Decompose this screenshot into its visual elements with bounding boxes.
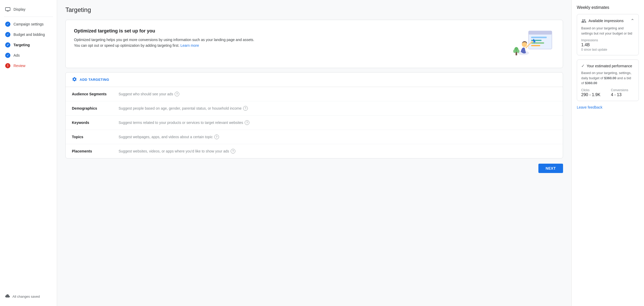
check-icon-budget: ✓ <box>5 32 10 37</box>
performance-icon: ✓ <box>581 63 585 68</box>
learn-more-link[interactable]: Learn more <box>180 43 199 48</box>
topics-help-icon[interactable]: ? <box>214 135 219 139</box>
svg-point-15 <box>513 49 516 53</box>
sidebar-item-review[interactable]: ! Review <box>0 61 57 71</box>
check-icon-targeting: ✓ <box>5 42 10 48</box>
svg-rect-6 <box>531 37 547 38</box>
targeting-row-keywords[interactable]: Keywords Suggest terms related to your p… <box>66 116 563 130</box>
sidebar-item-budget[interactable]: ✓ Budget and bidding <box>0 29 57 40</box>
sidebar-item-label-campaign: Campaign settings <box>13 22 44 26</box>
conversions-value: 4 - 13 <box>611 92 635 97</box>
display-icon <box>5 7 10 12</box>
performance-desc: Based on your targeting, settings, daily… <box>581 70 634 86</box>
conversions-col: Conversions 4 - 13 <box>611 88 635 97</box>
targeting-row-demographics[interactable]: Demographics Suggest people based on age… <box>66 101 563 116</box>
audience-label: Audience Segments <box>72 92 119 96</box>
page-title: Targeting <box>65 6 563 14</box>
clicks-col: Clicks 290 - 1.9K <box>581 88 605 97</box>
impressions-metric-label: Impressions <box>581 38 634 42</box>
panel-title: Weekly estimates <box>577 5 639 10</box>
leave-feedback-link[interactable]: Leave feedback <box>577 105 639 109</box>
performance-metrics-row: Clicks 290 - 1.9K Conversions 4 - 13 <box>581 88 634 97</box>
opt-card-text: Optimized targeting is set up for you Op… <box>74 28 256 49</box>
add-targeting-label: ADD TARGETING <box>80 78 109 82</box>
clicks-label: Clicks <box>581 88 605 92</box>
svg-rect-0 <box>5 8 10 11</box>
sidebar-item-ads[interactable]: ✓ Ads <box>0 50 57 61</box>
optimized-targeting-card: Optimized targeting is set up for you Op… <box>65 20 563 68</box>
people-icon <box>581 18 586 24</box>
conversions-label: Conversions <box>611 88 635 92</box>
check-icon-ads: ✓ <box>5 53 10 58</box>
all-changes-saved-text: All changes saved <box>12 295 40 298</box>
clicks-value: 290 - 1.9K <box>581 92 605 97</box>
opt-card-illustration <box>513 28 554 59</box>
impressions-desc: Based on your targeting and settings but… <box>581 26 634 36</box>
gear-icon-blue <box>72 77 77 83</box>
next-button[interactable]: NEXT <box>538 164 563 173</box>
svg-point-16 <box>517 49 519 53</box>
targeting-row-topics[interactable]: Topics Suggest webpages, apps, and video… <box>66 130 563 144</box>
performance-title: Your estimated performance <box>587 64 632 68</box>
audience-help-icon[interactable]: ? <box>175 92 179 96</box>
opt-card-title: Optimized targeting is set up for you <box>74 28 256 34</box>
sidebar-item-label-display: Display <box>13 7 25 11</box>
audience-desc: Suggest who should see your ads ? <box>119 92 179 96</box>
sidebar-item-display[interactable]: Display <box>0 4 57 15</box>
right-panel: Weekly estimates Available impressions ⌃… <box>571 0 644 306</box>
sidebar-item-campaign-settings[interactable]: ✓ Campaign settings <box>0 19 57 29</box>
impressions-title: Available impressions <box>588 19 624 23</box>
targeting-row-placements[interactable]: Placements Suggest websites, videos, or … <box>66 144 563 158</box>
impressions-sub: 0 since last update <box>581 48 634 51</box>
sidebar-item-label-ads: Ads <box>13 53 20 57</box>
targeting-row-audience[interactable]: Audience Segments Suggest who should see… <box>66 87 563 101</box>
main-content: Targeting Optimized targeting is set up … <box>57 0 571 306</box>
next-area: NEXT <box>65 158 563 178</box>
performance-card-header: ✓ Your estimated performance <box>581 63 634 68</box>
sidebar: Display ✓ Campaign settings ✓ Budget and… <box>0 0 57 306</box>
demographics-desc: Suggest people based on age, gender, par… <box>119 106 248 111</box>
sidebar-item-label-targeting: Targeting <box>13 43 30 47</box>
impressions-card-header: Available impressions ⌃ <box>581 18 634 24</box>
check-icon-campaign: ✓ <box>5 22 10 27</box>
topics-desc: Suggest webpages, apps, and videos about… <box>119 135 219 139</box>
topics-label: Topics <box>72 135 119 139</box>
impressions-title-row: Available impressions <box>581 18 624 24</box>
keywords-help-icon[interactable]: ? <box>245 120 249 125</box>
svg-rect-8 <box>531 42 544 44</box>
keywords-label: Keywords <box>72 121 119 125</box>
error-icon-review: ! <box>5 63 10 68</box>
sidebar-footer: All changes saved <box>0 291 57 302</box>
placements-help-icon[interactable]: ? <box>231 149 235 154</box>
placements-label: Placements <box>72 149 119 153</box>
placements-desc: Suggest websites, videos, or apps where … <box>119 149 235 154</box>
svg-rect-9 <box>531 45 540 46</box>
sidebar-item-targeting[interactable]: ✓ Targeting <box>0 40 57 50</box>
demographics-label: Demographics <box>72 106 119 110</box>
sidebar-divider-1 <box>4 17 53 17</box>
sidebar-item-label-review: Review <box>13 64 25 68</box>
impressions-value: 1.4B <box>581 43 634 47</box>
svg-rect-5 <box>529 31 552 35</box>
impressions-card: Available impressions ⌃ Based on your ta… <box>577 14 639 55</box>
opt-card-desc: Optimized targeting helps you get more c… <box>74 37 256 49</box>
demographics-help-icon[interactable]: ? <box>243 106 248 111</box>
add-targeting-header[interactable]: ADD TARGETING <box>66 72 563 87</box>
targeting-card: ADD TARGETING Audience Segments Suggest … <box>65 72 563 158</box>
sidebar-item-label-budget: Budget and bidding <box>13 32 45 37</box>
performance-title-row: ✓ Your estimated performance <box>581 63 632 68</box>
keywords-desc: Suggest terms related to your products o… <box>119 120 249 125</box>
chevron-up-icon[interactable]: ⌃ <box>631 18 634 24</box>
performance-card: ✓ Your estimated performance Based on yo… <box>577 59 639 101</box>
cloud-icon <box>5 294 10 299</box>
